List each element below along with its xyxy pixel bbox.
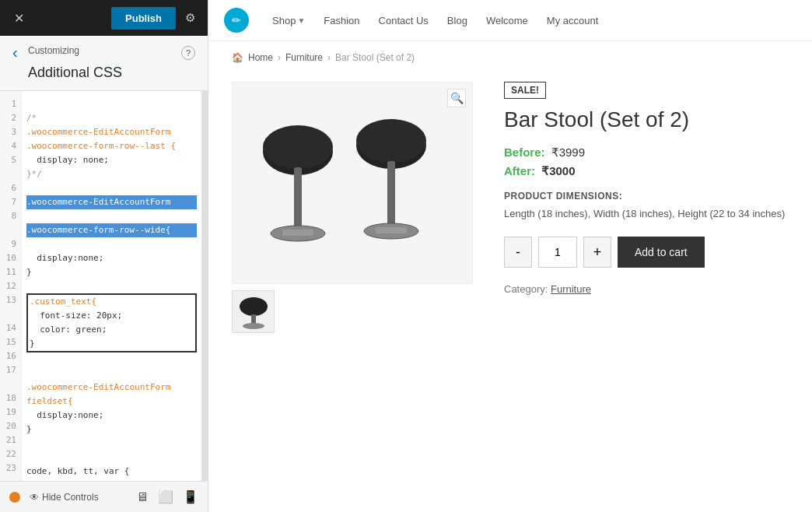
help-icon[interactable]: ? bbox=[181, 46, 195, 60]
product-area: 🔍 SALE! Bar Stool (Set of 2) Before: ₹ bbox=[208, 74, 812, 349]
breadcrumb: 🏠 Home › Furniture › Bar Stool (Set of 2… bbox=[208, 41, 812, 74]
product-image-svg bbox=[243, 89, 461, 276]
nav-item-shop[interactable]: Shop ▼ bbox=[264, 10, 313, 31]
desktop-view-button[interactable]: 🖥 bbox=[136, 490, 149, 504]
svg-rect-9 bbox=[376, 227, 407, 233]
tablet-view-button[interactable]: ⬜ bbox=[158, 489, 173, 504]
pencil-icon: ✏ bbox=[232, 14, 241, 26]
svg-point-1 bbox=[263, 125, 333, 169]
close-button[interactable]: ✕ bbox=[8, 8, 30, 29]
product-details: SALE! Bar Stool (Set of 2) Before: ₹3999… bbox=[504, 82, 789, 333]
add-to-cart-button[interactable]: Add to cart bbox=[618, 237, 705, 268]
price-before: Before: ₹3999 bbox=[504, 146, 789, 160]
right-panel: ✏ Shop ▼ Fashion Contact Us Blog Welcome… bbox=[208, 0, 812, 512]
category-line: Category: Furniture bbox=[504, 283, 789, 295]
product-images: 🔍 bbox=[232, 82, 481, 333]
svg-rect-7 bbox=[387, 161, 395, 227]
svg-rect-2 bbox=[294, 167, 302, 230]
warning-dot bbox=[9, 492, 20, 503]
svg-point-10 bbox=[240, 297, 268, 316]
qty-cart-area: - + Add to cart bbox=[504, 237, 789, 268]
svg-rect-4 bbox=[282, 230, 313, 236]
nav-item-welcome[interactable]: Welcome bbox=[478, 10, 536, 31]
zoom-icon-symbol: 🔍 bbox=[450, 92, 464, 104]
svg-point-6 bbox=[356, 119, 426, 163]
breadcrumb-current: Bar Stool (Set of 2) bbox=[335, 52, 415, 63]
sale-badge: SALE! bbox=[504, 82, 546, 99]
shop-dropdown-arrow: ▼ bbox=[297, 16, 305, 25]
dimensions-text: Length (18 inches), Width (18 inches), H… bbox=[504, 206, 789, 222]
main-product-image[interactable]: 🔍 bbox=[232, 82, 473, 284]
breadcrumb-furniture[interactable]: Furniture bbox=[285, 52, 323, 63]
css-editor[interactable]: 1234567891011121314151617181920212223242… bbox=[0, 91, 208, 481]
home-icon: 🏠 bbox=[232, 52, 243, 63]
thumbnail-strip bbox=[232, 290, 481, 333]
breadcrumb-separator-1: › bbox=[278, 52, 281, 63]
breadcrumb-home[interactable]: Home bbox=[248, 52, 273, 63]
line-numbers: 1234567891011121314151617181920212223242… bbox=[0, 91, 22, 481]
qty-minus-button[interactable]: - bbox=[504, 237, 532, 268]
section-title: Additional CSS bbox=[12, 61, 195, 87]
customizing-label: Customizing bbox=[28, 45, 79, 56]
top-bar: ✕ Publish ⚙ bbox=[0, 0, 208, 36]
dimensions-label: PRODUCT DIMENSIONS: bbox=[504, 191, 789, 202]
thumbnail-1[interactable] bbox=[232, 290, 275, 333]
thumbnail-1-svg bbox=[234, 293, 273, 331]
site-header: ✏ Shop ▼ Fashion Contact Us Blog Welcome… bbox=[208, 0, 812, 41]
gear-button[interactable]: ⚙ bbox=[180, 8, 200, 28]
category-link[interactable]: Furniture bbox=[551, 283, 591, 295]
site-logo[interactable]: ✏ bbox=[224, 8, 249, 33]
nav-item-fashion[interactable]: Fashion bbox=[316, 10, 367, 31]
code-textarea[interactable]: /* .woocommerce-EditAccountForm .woocomm… bbox=[22, 91, 201, 481]
bottom-bar: 👁 Hide Controls 🖥 ⬜ 📱 bbox=[0, 481, 208, 512]
hide-controls-button[interactable]: 👁 Hide Controls bbox=[30, 492, 99, 503]
svg-point-12 bbox=[243, 323, 264, 329]
left-panel: ✕ Publish ⚙ ‹ Customizing ? Additional C… bbox=[0, 0, 208, 512]
mobile-view-button[interactable]: 📱 bbox=[183, 489, 198, 504]
zoom-button[interactable]: 🔍 bbox=[447, 89, 466, 107]
nav-item-blog[interactable]: Blog bbox=[439, 10, 475, 31]
qty-plus-button[interactable]: + bbox=[583, 237, 611, 268]
nav-item-account[interactable]: My account bbox=[539, 10, 606, 31]
eye-icon: 👁 bbox=[30, 492, 39, 503]
quantity-input[interactable] bbox=[538, 237, 577, 268]
nav-item-contact[interactable]: Contact Us bbox=[371, 10, 436, 31]
product-title: Bar Stool (Set of 2) bbox=[504, 107, 789, 133]
publish-button[interactable]: Publish bbox=[111, 7, 176, 30]
nav-menu: Shop ▼ Fashion Contact Us Blog Welcome M… bbox=[264, 10, 606, 31]
scrollbar[interactable] bbox=[201, 91, 208, 481]
breadcrumb-separator-2: › bbox=[327, 52, 331, 63]
price-after: After: ₹3000 bbox=[504, 164, 789, 178]
back-button[interactable]: ‹ bbox=[12, 44, 18, 61]
